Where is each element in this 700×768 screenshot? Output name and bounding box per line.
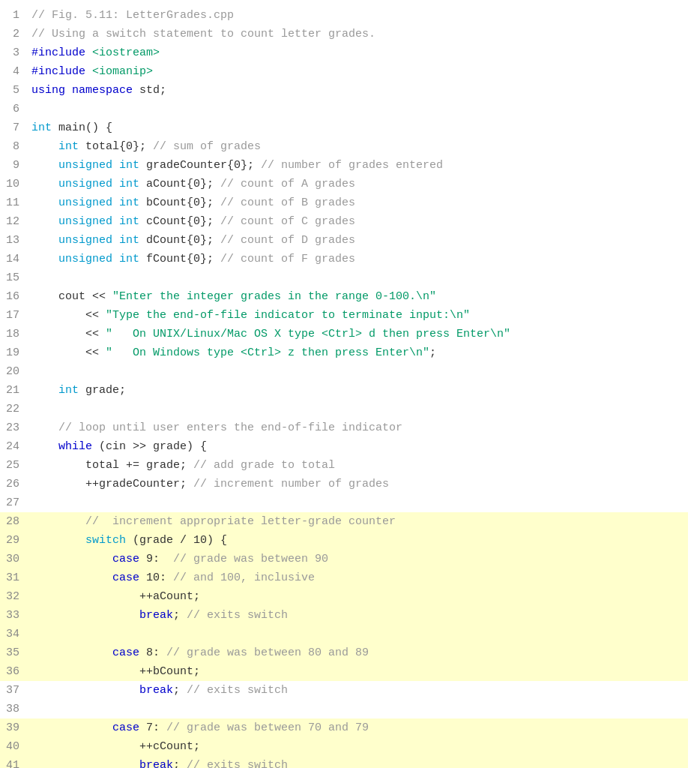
table-row: 32 ++aCount; [0, 587, 688, 606]
line-number: 5 [0, 81, 31, 100]
line-number: 16 [0, 287, 31, 306]
code-text: unsigned int cCount{0}; // count of C gr… [31, 212, 688, 231]
table-row: 2// Using a switch statement to count le… [0, 25, 688, 44]
line-number: 17 [0, 306, 31, 325]
line-number: 7 [0, 118, 31, 137]
code-text: // loop until user enters the end-of-fil… [31, 418, 688, 437]
code-text: case 8: // grade was between 80 and 89 [31, 644, 688, 662]
code-text: // Using a switch statement to count let… [31, 25, 688, 44]
table-row: 27 [0, 494, 688, 512]
line-number: 10 [0, 175, 31, 194]
line-number: 1 [0, 6, 31, 25]
line-number: 32 [0, 587, 31, 606]
line-number: 27 [0, 494, 31, 512]
code-text: int grade; [31, 381, 688, 400]
table-row: 6 [0, 100, 688, 118]
table-row: 31 case 10: // and 100, inclusive [0, 568, 688, 587]
table-row: 18 << " On UNIX/Linux/Mac OS X type <Ctr… [0, 325, 688, 344]
table-row: 5using namespace std; [0, 81, 688, 100]
line-number: 3 [0, 44, 31, 62]
line-number: 37 [0, 681, 31, 700]
code-text: using namespace std; [31, 81, 688, 100]
table-row: 20 [0, 362, 688, 381]
table-row: 23 // loop until user enters the end-of-… [0, 418, 688, 437]
line-number: 24 [0, 437, 31, 456]
code-text: break; // exits switch [31, 756, 688, 768]
table-row: 16 cout << "Enter the integer grades in … [0, 287, 688, 306]
code-text: unsigned int fCount{0}; // count of F gr… [31, 250, 688, 268]
code-text: ++gradeCounter; // increment number of g… [31, 475, 688, 494]
table-row: 19 << " On Windows type <Ctrl> z then pr… [0, 344, 688, 362]
code-text: switch (grade / 10) { [31, 531, 688, 550]
table-row: 7int main() { [0, 118, 688, 137]
line-number: 30 [0, 550, 31, 568]
line-number: 9 [0, 156, 31, 175]
table-row: 34 [0, 625, 688, 644]
code-text: while (cin >> grade) { [31, 437, 688, 456]
line-number: 2 [0, 25, 31, 44]
code-text: break; // exits switch [31, 681, 688, 700]
code-text: unsigned int dCount{0}; // count of D gr… [31, 231, 688, 250]
table-row: 30 case 9: // grade was between 90 [0, 550, 688, 568]
table-row: 40 ++cCount; [0, 737, 688, 756]
code-editor: 1// Fig. 5.11: LetterGrades.cpp2// Using… [0, 0, 700, 768]
line-number: 41 [0, 756, 31, 768]
line-number: 36 [0, 662, 31, 681]
line-number: 15 [0, 268, 31, 287]
line-number: 29 [0, 531, 31, 550]
line-number: 38 [0, 700, 31, 718]
code-text: break; // exits switch [31, 606, 688, 625]
line-number: 18 [0, 325, 31, 344]
code-text: // increment appropriate letter-grade co… [31, 512, 688, 531]
table-row: 38 [0, 700, 688, 718]
code-text: << " On Windows type <Ctrl> z then press… [31, 344, 688, 362]
line-number: 22 [0, 400, 31, 418]
line-number: 21 [0, 381, 31, 400]
table-row: 22 [0, 400, 688, 418]
code-text: #include <iomanip> [31, 62, 688, 81]
table-row: 39 case 7: // grade was between 70 and 7… [0, 718, 688, 737]
code-text: cout << "Enter the integer grades in the… [31, 287, 688, 306]
table-row: 28 // increment appropriate letter-grade… [0, 512, 688, 531]
line-number: 25 [0, 456, 31, 475]
line-number: 14 [0, 250, 31, 268]
line-number: 23 [0, 418, 31, 437]
table-row: 37 break; // exits switch [0, 681, 688, 700]
code-text: total += grade; // add grade to total [31, 456, 688, 475]
line-number: 35 [0, 644, 31, 662]
table-row: 15 [0, 268, 688, 287]
table-row: 26 ++gradeCounter; // increment number o… [0, 475, 688, 494]
table-row: 12 unsigned int cCount{0}; // count of C… [0, 212, 688, 231]
code-text: int total{0}; // sum of grades [31, 137, 688, 156]
table-row: 4#include <iomanip> [0, 62, 688, 81]
line-number: 6 [0, 100, 31, 118]
line-number: 19 [0, 344, 31, 362]
line-number: 8 [0, 137, 31, 156]
table-row: 36 ++bCount; [0, 662, 688, 681]
table-row: 17 << "Type the end-of-file indicator to… [0, 306, 688, 325]
code-text: int main() { [31, 118, 688, 137]
line-number: 40 [0, 737, 31, 756]
table-row: 29 switch (grade / 10) { [0, 531, 688, 550]
table-row: 9 unsigned int gradeCounter{0}; // numbe… [0, 156, 688, 175]
code-text: ++bCount; [31, 662, 688, 681]
code-text: << " On UNIX/Linux/Mac OS X type <Ctrl> … [31, 325, 688, 344]
code-text: unsigned int bCount{0}; // count of B gr… [31, 194, 688, 212]
line-number: 13 [0, 231, 31, 250]
code-text: case 10: // and 100, inclusive [31, 568, 688, 587]
code-text: unsigned int gradeCounter{0}; // number … [31, 156, 688, 175]
line-number: 26 [0, 475, 31, 494]
table-row: 11 unsigned int bCount{0}; // count of B… [0, 194, 688, 212]
line-number: 20 [0, 362, 31, 381]
code-text: #include <iostream> [31, 44, 688, 62]
code-text: // Fig. 5.11: LetterGrades.cpp [31, 6, 688, 25]
table-row: 8 int total{0}; // sum of grades [0, 137, 688, 156]
code-text: case 7: // grade was between 70 and 79 [31, 718, 688, 737]
line-number: 11 [0, 194, 31, 212]
code-text: unsigned int aCount{0}; // count of A gr… [31, 175, 688, 194]
table-row: 10 unsigned int aCount{0}; // count of A… [0, 175, 688, 194]
table-row: 3#include <iostream> [0, 44, 688, 62]
table-row: 13 unsigned int dCount{0}; // count of D… [0, 231, 688, 250]
line-number: 28 [0, 512, 31, 531]
table-row: 14 unsigned int fCount{0}; // count of F… [0, 250, 688, 268]
